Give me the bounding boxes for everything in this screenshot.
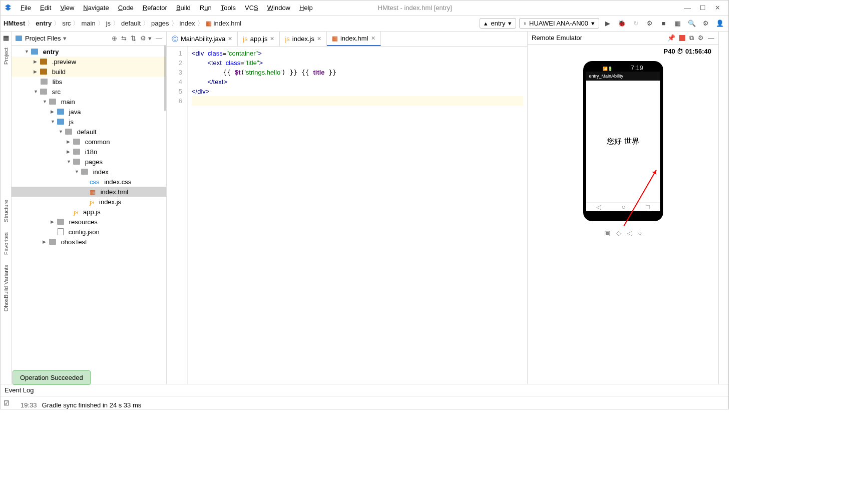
bc-index[interactable]: index: [180, 20, 195, 27]
menu-window[interactable]: Window: [263, 3, 294, 13]
gear-icon[interactable]: ⚙: [698, 34, 704, 42]
emulator-title: Remote Emulator: [532, 34, 582, 42]
profile-button[interactable]: ↻: [630, 18, 641, 29]
project-structure-button[interactable]: ▦: [672, 18, 683, 29]
run-button[interactable]: ▶: [602, 18, 613, 29]
screenshot-icon[interactable]: ▣: [604, 229, 610, 237]
editor-area: ⒸMainAbility.java✕ jsapp.js✕ jsindex.js✕…: [167, 32, 527, 384]
settings-button[interactable]: ⚙: [700, 18, 711, 29]
phone-frame: 📶🔋 7:19 entry_MainAbility 您好 世界 ◁○□: [583, 61, 663, 221]
project-panel: Project Files ▾ ⊕ ⇆ ⇅ ⚙ ▾ — ▼ entry ▶ .p…: [12, 32, 167, 384]
menu-navigate[interactable]: Navigate: [79, 3, 113, 13]
tree-scrollbar[interactable]: [164, 46, 166, 111]
phone-app-title: entry_MainAbility: [586, 72, 660, 81]
variants-label[interactable]: OhosBuild Variants: [3, 265, 9, 311]
bc-file[interactable]: index.hml: [214, 20, 242, 27]
line-gutter: 123 456: [167, 47, 188, 384]
close-icon[interactable]: ✕: [228, 36, 232, 42]
home-icon[interactable]: ○: [638, 229, 642, 237]
menubar: File Edit View Navigate Code Refactor Bu…: [1, 1, 728, 16]
menu-code[interactable]: Code: [114, 3, 138, 13]
menu-view[interactable]: View: [56, 3, 78, 13]
tree-file-selected: ▦ index.hml: [12, 187, 166, 197]
toolbar: HMtest〉 entry〉 src〉 main〉 js〉 default〉 p…: [1, 16, 728, 32]
run-config-dropdown[interactable]: ▴entry▾: [480, 18, 516, 29]
toast-notification: Operation Succeeded: [13, 370, 91, 385]
tab-appjs[interactable]: jsapp.js✕: [238, 32, 280, 46]
tab-indexhml[interactable]: ▦index.hml✕: [327, 32, 381, 46]
menu-tools[interactable]: Tools: [217, 3, 240, 13]
project-tool-icon[interactable]: ▦: [3, 34, 9, 42]
maximize-icon[interactable]: ☐: [700, 4, 706, 12]
bc-entry[interactable]: entry: [36, 20, 52, 27]
tab-indexjs[interactable]: jsindex.js✕: [280, 32, 326, 46]
collapse-icon[interactable]: ⇅: [131, 35, 136, 42]
phone-statusbar: 📶🔋 7:19: [586, 64, 660, 72]
gear-icon[interactable]: ⚙ ▾: [140, 35, 152, 42]
structure-label[interactable]: Structure: [3, 200, 9, 222]
project-files-title[interactable]: Project Files: [25, 35, 61, 42]
minimize-icon[interactable]: —: [684, 4, 691, 12]
expand-icon[interactable]: ⇆: [121, 35, 127, 42]
hide-icon[interactable]: —: [708, 34, 714, 42]
tab-mainability[interactable]: ⒸMainAbility.java✕: [167, 32, 238, 46]
event-log-title: Event Log: [5, 386, 34, 394]
breadcrumb: HMtest〉 entry〉 src〉 main〉 js〉 default〉 p…: [4, 19, 241, 28]
phone-navbar: ◁○□: [586, 202, 660, 211]
bc-project[interactable]: HMtest: [4, 20, 25, 27]
elapsed-time: 01:56:40: [685, 48, 711, 55]
close-icon[interactable]: ✕: [371, 35, 375, 42]
menu-edit[interactable]: Edit: [36, 3, 55, 13]
project-label[interactable]: Project: [3, 48, 9, 65]
window-title: HMtest - index.hml [entry]: [378, 4, 452, 12]
close-icon[interactable]: ✕: [317, 36, 321, 42]
project-tree[interactable]: ▼ entry ▶ .preview ▶ build libs ▼ src ▼ …: [12, 46, 166, 384]
code-editor[interactable]: <div class="container"> <text class="tit…: [188, 47, 527, 384]
back-icon[interactable]: ◁: [627, 229, 632, 237]
search-button[interactable]: 🔍: [686, 18, 697, 29]
debug-button[interactable]: 🐞: [616, 18, 627, 29]
attach-button[interactable]: ⚙: [644, 18, 655, 29]
menu-refactor[interactable]: Refactor: [139, 3, 171, 13]
device-name: P40: [664, 48, 675, 55]
bc-pages[interactable]: pages: [151, 20, 169, 27]
event-log-panel: Event Log ☑ 🗑 ◎ 19:33Gradle sync finishe…: [1, 384, 728, 409]
editor-tabs: ⒸMainAbility.java✕ jsapp.js✕ jsindex.js✕…: [167, 32, 527, 47]
bc-js[interactable]: js: [106, 20, 111, 27]
right-gutter: [718, 32, 728, 384]
stop-emulator-button[interactable]: [679, 35, 685, 41]
timer-icon: ⏱: [677, 48, 683, 55]
bc-src[interactable]: src: [62, 20, 71, 27]
account-button[interactable]: 👤: [714, 18, 725, 29]
device-dropdown[interactable]: ▫HUAWEI ANA-AN00▾: [519, 18, 599, 29]
bc-main[interactable]: main: [81, 20, 95, 27]
project-view-dropdown[interactable]: ▾: [63, 35, 67, 42]
hide-icon[interactable]: —: [156, 35, 162, 42]
ide-logo: [4, 4, 13, 13]
menu-help[interactable]: Help: [295, 3, 317, 13]
favorites-label[interactable]: Favorites: [3, 232, 9, 255]
menu-run[interactable]: Run: [196, 3, 216, 13]
folder-icon: [16, 36, 22, 41]
menu-build[interactable]: Build: [172, 3, 195, 13]
window-icon[interactable]: ⧉: [689, 34, 694, 42]
rotate-icon[interactable]: ◇: [616, 229, 621, 237]
locate-icon[interactable]: ⊕: [112, 35, 117, 42]
left-gutter: ▦ Project Structure Favorites OhosBuild …: [1, 32, 12, 384]
bc-default[interactable]: default: [121, 20, 141, 27]
menu-vcs[interactable]: VCS: [241, 3, 262, 13]
pin-icon[interactable]: 📌: [667, 34, 675, 42]
task-icon[interactable]: ☑: [4, 399, 10, 407]
phone-content: 您好 世界: [586, 81, 660, 202]
close-icon[interactable]: ✕: [715, 4, 720, 12]
stop-button[interactable]: ■: [658, 18, 669, 29]
emulator-panel: Remote Emulator 📌 ⧉ ⚙ — P40 ⏱ 01:56:40 📶…: [527, 32, 718, 384]
menu-file[interactable]: File: [17, 3, 35, 13]
log-entry: Gradle sync finished in 24 s 33 ms: [42, 401, 142, 409]
close-icon[interactable]: ✕: [270, 36, 274, 42]
